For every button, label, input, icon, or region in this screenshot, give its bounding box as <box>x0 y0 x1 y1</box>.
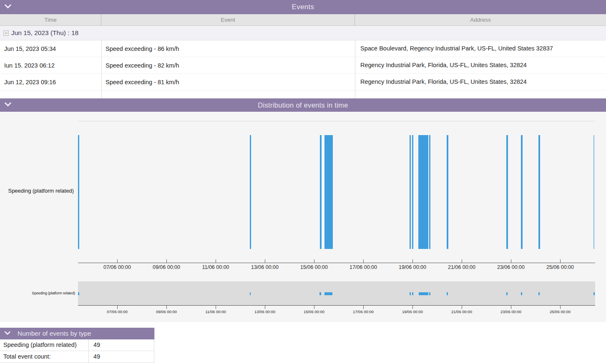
axis-tick <box>511 306 511 309</box>
event-bar <box>506 135 508 249</box>
event-bar <box>429 135 430 249</box>
axis-tick-label: 17/06 00:00 <box>344 309 382 314</box>
event-bar <box>324 135 333 249</box>
column-header-address[interactable]: Address <box>355 14 606 25</box>
events-by-type-title: Number of events by type <box>0 328 154 339</box>
distribution-panel-header[interactable]: Distribution of events in time <box>0 98 606 112</box>
axis-tick-label: 13/06 00:00 <box>246 309 284 314</box>
axis-tick <box>166 306 167 309</box>
event-bar <box>521 135 523 249</box>
event-name: Speed exceeding - 82 km/h <box>106 57 179 74</box>
table-row: Total event count: 49 <box>0 351 154 363</box>
event-bar <box>412 135 413 249</box>
event-bar <box>418 135 428 249</box>
main-axis: 07/06 00:0009/06 00:0011/06 00:0013/06 0… <box>0 259 606 274</box>
axis-tick-label: 09/06 00:00 <box>148 309 185 314</box>
event-name: Speed exceeding - 81 km/h <box>106 74 179 90</box>
event-bar <box>447 135 448 249</box>
axis-tick <box>314 259 314 263</box>
events-by-type-header[interactable]: Number of events by type <box>0 328 154 339</box>
axis-tick-label: 11/06 00:00 <box>197 309 234 314</box>
event-address: Space Boulevard, Regency Industrial Park… <box>360 40 553 56</box>
navigator-event-mark <box>250 292 251 295</box>
event-time: Iun 15. 2023 06:12 <box>4 57 55 74</box>
axis-tick <box>216 306 216 309</box>
event-bar <box>78 135 79 249</box>
chart-gridline <box>78 121 595 121</box>
event-group-row[interactable]: − Jun 15, 2023 (Thu) : 18 <box>0 26 606 40</box>
navigator-event-mark <box>324 292 332 295</box>
axis-tick-label: 23/06 00:00 <box>492 264 530 270</box>
axis-tick-label: 19/06 00:00 <box>394 264 431 270</box>
navigator-event-mark <box>538 292 540 295</box>
minus-icon[interactable]: − <box>3 30 9 36</box>
axis-tick <box>560 259 561 263</box>
chevron-down-icon[interactable] <box>5 331 10 335</box>
axis-tick-label: 13/06 00:00 <box>246 264 284 270</box>
event-group-label: Jun 15, 2023 (Thu) : 18 <box>11 26 78 40</box>
event-address: Regency Industrial Park, Florida, US-FL,… <box>360 74 527 90</box>
axis-tick <box>265 259 265 263</box>
total-count-label: Total event count: <box>3 351 51 362</box>
event-type-count: 49 <box>93 339 100 351</box>
navigator-marks <box>0 292 606 295</box>
column-header-time[interactable]: Time <box>0 14 101 25</box>
event-time: Jun 15, 2023 05:34 <box>4 40 56 57</box>
column-header-event[interactable]: Event <box>101 14 355 25</box>
navigator-event-mark <box>412 292 413 295</box>
event-bar <box>320 135 322 249</box>
axis-tick <box>412 259 413 263</box>
table-row[interactable]: Jun 12, 2023 09:16 Speed exceeding - 81 … <box>0 74 606 90</box>
axis-tick <box>560 306 561 309</box>
axis-tick <box>462 306 462 309</box>
events-table-header: Time Event Address <box>0 14 606 26</box>
navigator-event-mark <box>506 292 508 295</box>
event-bar <box>410 135 411 249</box>
axis-tick <box>117 306 118 309</box>
events-panel-header[interactable]: Events <box>0 0 606 14</box>
column-divider <box>101 40 102 98</box>
event-name: Speed exceeding - 86 km/h <box>106 40 179 57</box>
axis-tick-label: 11/06 00:00 <box>197 264 234 270</box>
navigator-event-mark <box>419 292 428 295</box>
total-count-value: 49 <box>93 351 100 362</box>
axis-tick-label: 25/06 00:00 <box>541 309 579 314</box>
event-bar <box>250 135 251 249</box>
axis-tick <box>511 259 511 263</box>
axis-tick-label: 21/06 00:00 <box>443 309 480 314</box>
table-row[interactable]: Jun 15, 2023 05:34 Speed exceeding - 86 … <box>0 40 606 57</box>
chevron-down-icon[interactable] <box>5 102 11 107</box>
navigator-event-mark <box>410 292 411 295</box>
event-time: Jun 12, 2023 09:16 <box>4 74 56 90</box>
axis-tick-label: 23/06 00:00 <box>492 309 530 314</box>
axis-tick <box>363 306 364 309</box>
events-by-type-table: Speeding (platform related) 49 Total eve… <box>0 339 154 363</box>
axis-tick <box>412 306 413 309</box>
axis-tick <box>314 306 314 309</box>
axis-tick-label: 21/06 00:00 <box>443 264 480 270</box>
event-type-label: Speeding (platform related) <box>3 339 77 351</box>
table-row[interactable]: Iun 15. 2023 06:12 Speed exceeding - 82 … <box>0 57 606 74</box>
navigator-axis: 07/06 00:0009/06 00:0011/06 00:0013/06 0… <box>0 306 606 317</box>
events-panel-title: Events <box>0 0 606 14</box>
axis-tick <box>117 259 118 263</box>
navigator-event-mark <box>319 292 321 295</box>
chevron-down-icon[interactable] <box>5 4 11 9</box>
event-bar <box>538 135 540 249</box>
table-row: Speeding (platform related) 49 <box>0 339 154 351</box>
axis-tick-label: 25/06 00:00 <box>541 264 579 270</box>
axis-tick-label: 15/06 00:00 <box>295 309 333 314</box>
navigator-event-mark <box>593 292 595 295</box>
axis-tick-label: 17/06 00:00 <box>344 264 382 270</box>
axis-tick <box>265 306 265 309</box>
navigator-event-mark <box>521 292 522 295</box>
navigator-event-mark <box>78 292 79 295</box>
axis-tick-label: 07/06 00:00 <box>98 264 136 270</box>
axis-tick <box>166 259 167 263</box>
main-plot <box>0 135 606 249</box>
distribution-panel-title: Distribution of events in time <box>0 98 606 112</box>
report-page: Events Time Event Address − Jun 15, 2023… <box>0 0 606 364</box>
axis-tick-label: 07/06 00:00 <box>98 309 136 314</box>
navigator-event-mark <box>429 292 430 295</box>
axis-tick <box>462 259 462 263</box>
